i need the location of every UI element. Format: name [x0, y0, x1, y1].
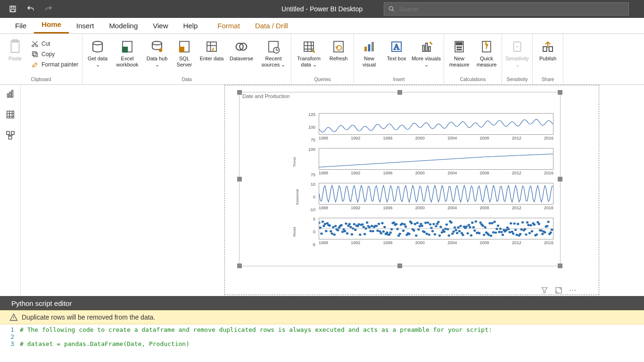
- view-rail: [0, 85, 21, 296]
- sensitivity-button[interactable]: Sensitivity ⌄: [505, 38, 529, 76]
- group-data-label: Data: [85, 77, 288, 84]
- menu-view[interactable]: View: [145, 19, 175, 33]
- svg-point-140: [421, 225, 423, 227]
- group-share-label: Share: [536, 77, 560, 84]
- svg-rect-48: [7, 111, 14, 118]
- svg-point-131: [410, 222, 413, 224]
- svg-point-151: [434, 233, 436, 236]
- svg-point-147: [429, 223, 431, 225]
- publish-button[interactable]: Publish: [536, 38, 560, 76]
- svg-point-82: [353, 223, 355, 225]
- resize-handle[interactable]: [237, 177, 242, 181]
- data-view-icon[interactable]: [5, 109, 16, 120]
- svg-point-150: [432, 223, 435, 225]
- enter-data-button[interactable]: Enter data: [199, 38, 224, 76]
- chart-resid: Resid 5 0 -5 198819921996200020042008201…: [296, 218, 555, 246]
- cut-button[interactable]: Cut: [30, 40, 79, 48]
- svg-point-149: [431, 230, 434, 232]
- svg-point-72: [341, 230, 344, 233]
- svg-point-159: [443, 230, 446, 233]
- sql-server-button[interactable]: SQL Server: [172, 38, 197, 76]
- svg-point-75: [345, 222, 347, 225]
- svg-text:A: A: [394, 42, 400, 51]
- report-page[interactable]: Date and Production 125 100 75 198819921…: [224, 85, 599, 295]
- copy-button[interactable]: Copy: [30, 50, 79, 58]
- svg-point-170: [456, 232, 458, 234]
- svg-point-185: [473, 230, 476, 232]
- filter-icon[interactable]: [540, 286, 549, 295]
- svg-point-65: [333, 233, 336, 236]
- undo-icon[interactable]: [26, 5, 35, 13]
- svg-point-97: [371, 225, 373, 227]
- recent-sources-button[interactable]: Recent sources ⌄: [259, 38, 288, 76]
- svg-point-74: [344, 230, 346, 232]
- search-box[interactable]: [384, 2, 629, 16]
- svg-point-200: [491, 222, 493, 224]
- python-visual[interactable]: Date and Production 125 100 75 198819921…: [239, 92, 561, 266]
- svg-point-169: [454, 229, 457, 231]
- svg-point-90: [363, 226, 365, 228]
- svg-rect-253: [556, 288, 561, 293]
- data-hub-button[interactable]: Data hub ⌄: [145, 38, 169, 76]
- svg-point-218: [512, 232, 514, 235]
- report-canvas[interactable]: Date and Production 125 100 75 198819921…: [21, 85, 644, 296]
- svg-point-214: [507, 228, 510, 230]
- refresh-button[interactable]: Refresh: [326, 38, 351, 76]
- resize-handle[interactable]: [237, 90, 242, 95]
- quick-measure-button[interactable]: Quick measure: [474, 38, 499, 76]
- resize-handle[interactable]: [558, 90, 562, 95]
- model-view-icon[interactable]: [5, 130, 16, 140]
- code-editor[interactable]: 1# The following code to create a datafr…: [0, 324, 644, 347]
- x-axis: 19881992199620002004200820122016: [319, 240, 553, 246]
- resize-handle[interactable]: [397, 90, 402, 95]
- warning-icon: [9, 313, 18, 321]
- more-options-icon[interactable]: [569, 286, 577, 295]
- svg-rect-27: [372, 42, 374, 51]
- group-queries-label: Queries: [294, 77, 351, 84]
- more-visuals-button[interactable]: More visuals ⌄: [412, 38, 441, 76]
- search-icon: [388, 5, 395, 13]
- text-box-button[interactable]: AText box: [384, 38, 409, 76]
- svg-rect-32: [429, 47, 430, 51]
- menu-data-drill[interactable]: Data / Drill: [248, 19, 296, 33]
- new-measure-button[interactable]: New measure: [447, 38, 471, 76]
- python-editor-header[interactable]: Python script editor: [0, 296, 644, 310]
- svg-point-251: [551, 229, 553, 231]
- save-icon[interactable]: [8, 5, 17, 13]
- get-data-button[interactable]: Get data ⌄: [85, 38, 110, 76]
- svg-point-57: [324, 223, 326, 225]
- svg-rect-50: [11, 132, 14, 134]
- menu-file[interactable]: File: [8, 19, 34, 33]
- menu-help[interactable]: Help: [176, 19, 206, 33]
- svg-point-54: [320, 232, 322, 235]
- format-painter-button[interactable]: Format painter: [30, 60, 79, 69]
- transform-data-button[interactable]: Transform data ⌄: [294, 38, 323, 76]
- svg-point-168: [454, 226, 456, 229]
- svg-point-245: [544, 231, 546, 234]
- search-input[interactable]: [399, 6, 625, 13]
- svg-point-157: [441, 231, 443, 234]
- svg-rect-49: [6, 132, 9, 134]
- new-visual-button[interactable]: New visual: [357, 38, 381, 76]
- svg-point-203: [495, 231, 497, 234]
- redo-icon[interactable]: [44, 5, 53, 13]
- report-view-icon[interactable]: [5, 89, 16, 99]
- svg-point-232: [528, 232, 531, 234]
- resize-handle[interactable]: [558, 263, 562, 268]
- focus-mode-icon[interactable]: [554, 286, 563, 295]
- resize-handle[interactable]: [237, 263, 242, 268]
- svg-point-40: [461, 49, 462, 50]
- svg-point-250: [549, 231, 552, 234]
- excel-button[interactable]: XExcel workbook: [113, 38, 142, 76]
- x-axis: 19881992199620002004200820122016: [319, 171, 553, 176]
- resize-handle[interactable]: [397, 263, 402, 268]
- paste-button[interactable]: Paste: [3, 38, 27, 76]
- dataverse-button[interactable]: Dataverse: [227, 38, 256, 76]
- menu-insert[interactable]: Insert: [69, 19, 102, 33]
- menu-home[interactable]: Home: [34, 17, 69, 33]
- resize-handle[interactable]: [558, 177, 562, 181]
- menu-format[interactable]: Format: [210, 19, 248, 33]
- menu-modeling[interactable]: Modeling: [101, 19, 145, 33]
- brush-icon: [31, 61, 39, 68]
- svg-point-37: [461, 47, 462, 48]
